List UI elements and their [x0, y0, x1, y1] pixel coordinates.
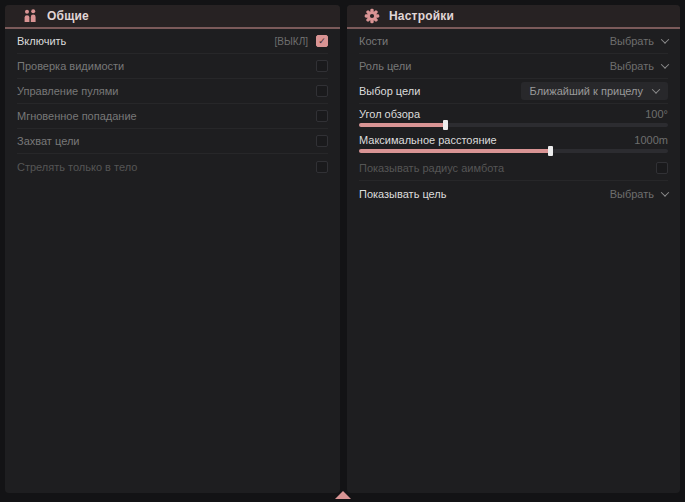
row-target-selection-label: Выбор цели	[359, 85, 420, 97]
chevron-down-icon	[661, 188, 669, 196]
show-aimbot-radius-checkbox[interactable]	[656, 162, 668, 174]
row-target-selection[interactable]: Выбор цели Ближайший к прицелу	[359, 79, 668, 104]
settings-rows: Кости Выбрать Роль цели Выбрать Выбор це…	[347, 29, 680, 208]
show-target-dropdown[interactable]: Выбрать	[610, 188, 668, 200]
row-bones[interactable]: Кости Выбрать	[359, 29, 668, 54]
row-show-aimbot-radius-label: Показывать радиус аимбота	[359, 162, 504, 174]
general-rows: Включить [ВЫКЛ] ✓ Проверка видимости Упр…	[5, 29, 340, 181]
max-distance-slider-handle[interactable]	[548, 146, 553, 156]
panel-title-general: Общие	[47, 9, 89, 23]
row-target-role[interactable]: Роль цели Выбрать	[359, 54, 668, 79]
row-max-distance: Максимальное расстояние 1000m	[359, 130, 668, 156]
enable-checkbox[interactable]: ✓	[316, 35, 328, 47]
row-bullet-control-label: Управление пулями	[17, 85, 119, 97]
panel-general: Общие Включить [ВЫКЛ] ✓ Проверка видимос…	[5, 5, 340, 493]
panel-general-header: Общие	[5, 5, 340, 29]
row-target-lock-label: Захват цели	[17, 135, 79, 147]
row-visibility-check-label: Проверка видимости	[17, 60, 124, 72]
bones-dropdown[interactable]: Выбрать	[610, 35, 668, 47]
row-bones-label: Кости	[359, 35, 388, 47]
panel-settings-header: Настройки	[347, 5, 680, 29]
fov-slider-fill	[359, 123, 446, 127]
row-fov: Угол обзора 100°	[359, 104, 668, 130]
row-enable-state: [ВЫКЛ]	[275, 36, 308, 47]
row-bullet-control[interactable]: Управление пулями	[17, 79, 328, 104]
target-role-dropdown-value: Выбрать	[610, 60, 654, 72]
fov-slider-handle[interactable]	[443, 120, 448, 130]
row-show-target[interactable]: Показывать цель Выбрать	[359, 181, 668, 206]
checkmark-icon: ✓	[318, 37, 326, 46]
row-body-only[interactable]: Стрелять только в тело	[17, 154, 328, 179]
row-fov-label: Угол обзора	[359, 108, 420, 120]
people-icon	[22, 8, 38, 24]
fov-value: 100°	[645, 108, 668, 120]
panel-title-settings: Настройки	[389, 9, 454, 23]
max-distance-slider-fill	[359, 149, 551, 153]
gear-icon	[364, 8, 380, 24]
row-enable[interactable]: Включить [ВЫКЛ] ✓	[17, 29, 328, 54]
panel-settings: Настройки Кости Выбрать Роль цели Выбрат…	[347, 5, 680, 493]
fov-slider[interactable]	[359, 123, 668, 127]
instant-hit-checkbox[interactable]	[316, 110, 328, 122]
chevron-down-icon	[661, 60, 669, 68]
panels-container: Общие Включить [ВЫКЛ] ✓ Проверка видимос…	[0, 0, 685, 494]
row-instant-hit[interactable]: Мгновенное попадание	[17, 104, 328, 129]
target-lock-checkbox[interactable]	[316, 135, 328, 147]
row-visibility-check[interactable]: Проверка видимости	[17, 54, 328, 79]
target-role-dropdown[interactable]: Выбрать	[610, 60, 668, 72]
row-show-aimbot-radius[interactable]: Показывать радиус аимбота	[359, 156, 668, 181]
up-triangle-icon[interactable]	[335, 491, 351, 499]
row-enable-label: Включить	[17, 35, 66, 47]
row-target-role-label: Роль цели	[359, 60, 411, 72]
row-instant-hit-label: Мгновенное попадание	[17, 110, 137, 122]
visibility-check-checkbox[interactable]	[316, 60, 328, 72]
target-selection-dropdown-value: Ближайший к прицелу	[530, 85, 643, 97]
max-distance-slider[interactable]	[359, 149, 668, 153]
show-target-dropdown-value: Выбрать	[610, 188, 654, 200]
bones-dropdown-value: Выбрать	[610, 35, 654, 47]
row-show-target-label: Показывать цель	[359, 188, 447, 200]
bullet-control-checkbox[interactable]	[316, 85, 328, 97]
chevron-down-icon	[661, 35, 669, 43]
chevron-down-icon	[652, 85, 660, 93]
body-only-checkbox[interactable]	[316, 161, 328, 173]
row-target-lock[interactable]: Захват цели	[17, 129, 328, 154]
row-max-distance-label: Максимальное расстояние	[359, 134, 497, 146]
row-body-only-label: Стрелять только в тело	[17, 161, 137, 173]
max-distance-value: 1000m	[634, 134, 668, 146]
target-selection-dropdown[interactable]: Ближайший к прицелу	[521, 82, 668, 100]
